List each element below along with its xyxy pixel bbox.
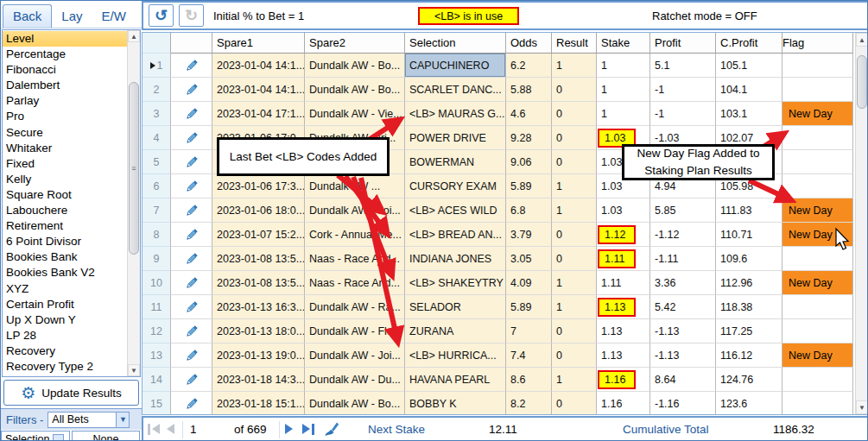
staking-plan-parlay[interactable]: Parlay [3,93,127,109]
cell-stake[interactable]: 1.13 [597,295,650,319]
cell-result[interactable]: 0 [552,223,597,247]
cell-spare1[interactable]: 2023-01-06 17:3... [212,174,305,198]
cell-selection[interactable]: SCARLET DANC... [405,78,506,102]
update-results-button[interactable]: ⚙ Update Results [3,380,139,406]
cell-stake[interactable]: 1.16 [597,368,650,392]
cell-spare2[interactable]: Dundalk AW - Ra... [305,295,405,319]
cell-stake[interactable]: 1.11 [597,247,650,271]
cell-cprofit[interactable]: 105.1 [716,54,782,78]
cell-selection[interactable]: POWER DRIVE [405,126,506,150]
cell-cprofit[interactable]: 109.6 [716,247,782,271]
cell-flag[interactable] [782,295,853,319]
cell-result[interactable]: 1 [552,271,597,295]
edit-row-button[interactable] [171,343,212,368]
edit-row-button[interactable] [171,319,212,343]
row-number[interactable]: 7 [143,198,171,223]
row-number[interactable]: 1 [143,54,171,78]
cell-odds[interactable]: 6.8 [506,198,552,223]
edit-row-button[interactable] [171,126,212,150]
cell-cprofit[interactable]: 112.96 [716,271,782,295]
scroll-up-icon[interactable]: ▲ [856,33,868,47]
cell-selection[interactable]: CURSORY EXAM [405,174,506,198]
col-header-selection[interactable]: Selection [405,33,506,54]
cell-spare2[interactable]: Naas - Race And... [305,271,405,295]
staking-plan-dalembert[interactable]: Dalembert [3,78,127,93]
staking-plan-pro[interactable]: Pro [3,109,127,124]
cell-result[interactable]: 1 [552,368,597,392]
row-number[interactable]: 6 [143,174,171,198]
selection-checkbox[interactable] [53,434,64,441]
edit-row-button[interactable] [171,198,212,223]
edit-row-button[interactable] [171,271,212,295]
cell-result[interactable]: 1 [552,198,597,223]
staking-plan-secure[interactable]: Secure [3,125,127,141]
cell-flag[interactable]: New Day [782,102,853,126]
cell-odds[interactable]: 5.89 [506,174,552,198]
filters-dropdown[interactable]: All Bets ▼ [48,412,130,428]
cell-profit[interactable]: 5.1 [650,54,716,78]
selection-filter[interactable]: Selection [1,431,70,441]
grid-scrollbar[interactable]: ▲ ▼ [855,33,868,414]
cell-spare1[interactable]: 2023-01-06 18:0... [212,198,305,223]
cell-spare1[interactable]: 2023-01-04 14:1... [212,78,305,102]
cell-result[interactable]: 0 [552,319,597,343]
staking-plan-whitaker[interactable]: Whitaker [3,141,127,156]
cell-odds[interactable]: 8.2 [506,392,552,415]
staking-plan-fibonacci[interactable]: Fibonacci [3,62,127,78]
cell-flag[interactable] [782,319,853,343]
cell-flag[interactable] [782,247,853,271]
scroll-down-icon[interactable]: ▼ [128,364,140,376]
edit-row-button[interactable] [171,247,212,271]
nav-next-button[interactable] [285,422,293,436]
nav-last-button[interactable] [302,422,314,436]
scroll-up-icon[interactable]: ▲ [128,30,140,42]
row-number[interactable]: 10 [143,271,171,295]
col-header-profit[interactable]: Profit [650,33,716,54]
cell-spare1[interactable]: 2023-01-18 15:1... [212,392,305,415]
cell-spare2[interactable]: Dundalk AW ... [305,174,405,198]
tab-back[interactable]: Back [3,4,52,28]
redo-refresh-button[interactable]: ↻ [179,4,204,27]
cell-spare1[interactable]: 2023-01-07 15:2... [212,223,305,247]
cell-spare1[interactable]: 2023-01-08 13:5... [212,271,305,295]
cell-cprofit[interactable]: 104.1 [716,78,782,102]
cell-selection[interactable]: HAVANA PEARL [405,368,506,392]
staking-plan-scrollbar[interactable]: ▲ ≡ ▼ [127,30,140,376]
cell-flag[interactable]: New Day [782,198,853,223]
scroll-down-icon[interactable]: ▼ [856,400,868,414]
cell-result[interactable]: 0 [552,150,597,174]
cell-stake[interactable]: 1.11 [597,271,650,295]
cell-odds[interactable]: 9.28 [506,126,552,150]
edit-row-button[interactable] [171,295,212,319]
cell-cprofit[interactable]: 123.6 [716,392,782,415]
staking-plan-certain-profit[interactable]: Certain Profit [3,297,127,312]
cell-odds[interactable]: 3.79 [506,223,552,247]
cell-result[interactable]: 0 [552,247,597,271]
row-number[interactable]: 4 [143,126,171,150]
cell-odds[interactable]: 8.6 [506,368,552,392]
cell-flag[interactable] [782,126,853,150]
cell-cprofit[interactable]: 103.1 [716,102,782,126]
cell-flag[interactable]: New Day [782,271,853,295]
cell-selection[interactable]: BOWERMAN [405,150,506,174]
cell-selection[interactable]: ZURANA [405,319,506,343]
cell-spare2[interactable]: Dundalk AW - Bo... [305,54,405,78]
cell-spare1[interactable]: 2023-01-13 16:3... [212,295,305,319]
row-number[interactable]: 11 [143,295,171,319]
cell-spare2[interactable]: Dundalk AW - Du... [305,368,405,392]
staking-plan-fixed[interactable]: Fixed [3,156,127,172]
edit-row-button[interactable] [171,78,212,102]
staking-plan-retirement[interactable]: Retirement [3,218,127,234]
chevron-down-icon[interactable]: ▼ [116,413,129,427]
cell-spare2[interactable]: Dundalk AW - Joi... [305,343,405,368]
edit-row-button[interactable] [171,54,212,78]
cell-result[interactable]: 1 [552,174,597,198]
cell-profit[interactable]: 5.42 [650,295,716,319]
staking-plan-labouchere[interactable]: Labouchere [3,203,127,218]
cell-spare2[interactable]: Dundalk AW - Bo... [305,392,405,415]
col-header-spare1[interactable]: Spare1 [212,33,305,54]
cell-flag[interactable] [782,392,853,415]
edit-row-button[interactable] [171,223,212,247]
cell-odds[interactable]: 5.88 [506,78,552,102]
cell-selection[interactable]: <LB> HURRICA... [405,343,506,368]
